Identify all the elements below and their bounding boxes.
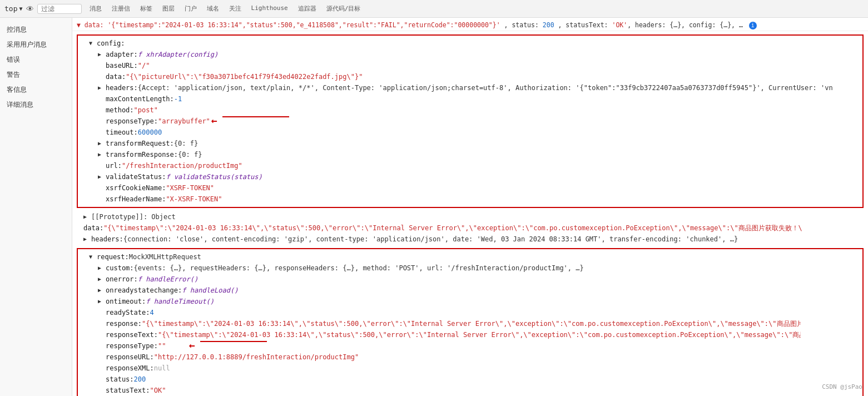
status-line: status: 200 (78, 374, 862, 385)
responsetype-arraybuffer-line: responseType: "arraybuffer" ← (78, 116, 862, 127)
request-label: request: MockXMLHttpRequest (78, 251, 862, 263)
config-expand[interactable] (89, 38, 96, 48)
sidebar-item-user-messages[interactable]: 采用用户消息 (0, 37, 72, 52)
ontimeout-line: ontimeout: f handleTimeout() (78, 296, 862, 307)
tab-lighthouse[interactable]: Lighthouse (247, 3, 292, 14)
tab-source[interactable]: 源代码/目标 (322, 3, 365, 14)
top-text: top (4, 4, 17, 13)
custom-line: custom: {events: {…}, requestHeaders: {…… (78, 263, 801, 274)
onerror-line: onerror: f handleError() (78, 274, 862, 285)
sidebar-item-detail[interactable]: 详细消息 (0, 97, 72, 112)
onreadystatechange-line: onreadystatechange: f handleLoad() (78, 285, 862, 296)
red-section-request: request: MockXMLHttpRequest custom: {eve… (77, 248, 864, 396)
timeout1-line: timeout: 600000 (78, 127, 862, 138)
responseurl-line: responseURL: "http://127.0.0.1:8889/fres… (78, 352, 862, 363)
red-arrow-line-1 (222, 116, 289, 117)
xsrfcookiename-line: xsrfCookieName: "XSRF-TOKEN" (78, 182, 862, 194)
method-line: method: "post" (78, 105, 862, 116)
sidebar-item-errors[interactable]: 错误 (0, 52, 72, 67)
adapter-line: adapter: f xhrAdapter(config) (78, 49, 862, 60)
toolbar: top ▼ 👁 消息 注册信 标签 图层 门户 域名 关注 Lighthouse… (0, 0, 868, 18)
tab-label[interactable]: 标签 (136, 3, 157, 14)
content-area[interactable]: ▼ data: '{"timestamp":"2024-01-03 16:33:… (72, 18, 868, 396)
tab-tracker[interactable]: 追踪器 (294, 3, 321, 14)
validatestatus-expand[interactable] (98, 172, 105, 182)
tab-follow[interactable]: 关注 (225, 3, 246, 14)
responsexml-line: responseXML: null (78, 363, 862, 374)
headers-line: headers: {Accept: 'application/json, tex… (78, 82, 862, 93)
readystate-line: readyState: 4 (78, 307, 862, 318)
xsrfheadername-line: xsrfHeaderName: "X-XSRF-TOKEN" (78, 194, 862, 205)
tab-register[interactable]: 注册信 (107, 3, 135, 14)
top-data-line: ▼ data: '{"timestamp":"2024-01-03 16:33:… (72, 20, 868, 31)
transformrequest-expand[interactable] (98, 138, 105, 148)
sidebar-item-control-messages[interactable]: 控消息 (0, 22, 72, 37)
url-line: url: "/freshInteraction/productImg" (78, 160, 862, 171)
tab-domain[interactable]: 域名 (202, 3, 224, 14)
data-line: data: "{\"pictureUrl\":\"f30a3071befc41f… (78, 71, 862, 82)
headers-obj-line: headers: {connection: 'close', content-e… (72, 234, 840, 245)
headers-expand[interactable] (98, 83, 105, 93)
watermark: CSDN @jsPao (822, 383, 862, 390)
dropdown-arrow-icon[interactable]: ▼ (19, 6, 22, 12)
validatestatus-line: validateStatus: f validateStatus(status) (78, 171, 862, 182)
tab-portal[interactable]: 门户 (180, 3, 201, 14)
statustext-line: statusText: "OK" (78, 385, 862, 396)
filter-input[interactable] (37, 4, 82, 14)
responsetext-line: responseText: "{\"timestamp\":\"2024-01-… (78, 329, 801, 340)
red-section-config: config: adapter: f xhrAdapter(config) ba… (77, 34, 864, 208)
sidebar-item-client-info[interactable]: 客信息 (0, 82, 72, 97)
red-arrow-1: ← (211, 116, 217, 126)
adapter-expand[interactable] (98, 50, 105, 60)
red-arrow-2: ← (189, 340, 195, 350)
transformresponse-line: transformResponse: {0: f} (78, 149, 862, 160)
data-json-line: data: "{\"timestamp\":\"2024-01-03 16:33… (72, 222, 840, 234)
toolbar-tabs: 消息 注册信 标签 图层 门户 域名 关注 Lighthouse 追踪器 源代码… (85, 3, 365, 14)
response-line: response: "{\"timestamp\":\"2024-01-03 1… (78, 318, 801, 329)
sidebar-item-warnings[interactable]: 警告 (0, 67, 72, 82)
responsetype-empty-line: responseType: "" ← (78, 340, 862, 352)
transformresponse-expand[interactable] (98, 150, 105, 160)
tab-messages[interactable]: 消息 (85, 3, 106, 14)
baseurl-line: baseURL: "/" (78, 60, 862, 71)
config-label: config: (78, 38, 862, 49)
red-arrow-line-2 (200, 341, 267, 342)
info-icon: i (749, 22, 757, 29)
main-container: 控消息 采用用户消息 错误 警告 客信息 详细消息 ▼ data: '{"tim… (0, 18, 868, 396)
eye-icon[interactable]: 👁 (26, 4, 34, 13)
maxcontent-line: maxContentLength: -1 (78, 93, 862, 105)
transformrequest-line: transformRequest: {0: f} (78, 138, 862, 149)
prototype-object-1: [[Prototype]]: Object (72, 211, 868, 222)
request-expand[interactable] (89, 252, 96, 262)
top-label[interactable]: top ▼ (4, 4, 23, 13)
sidebar: 控消息 采用用户消息 错误 警告 客信息 详细消息 (0, 18, 72, 396)
tab-layer[interactable]: 图层 (158, 3, 179, 14)
